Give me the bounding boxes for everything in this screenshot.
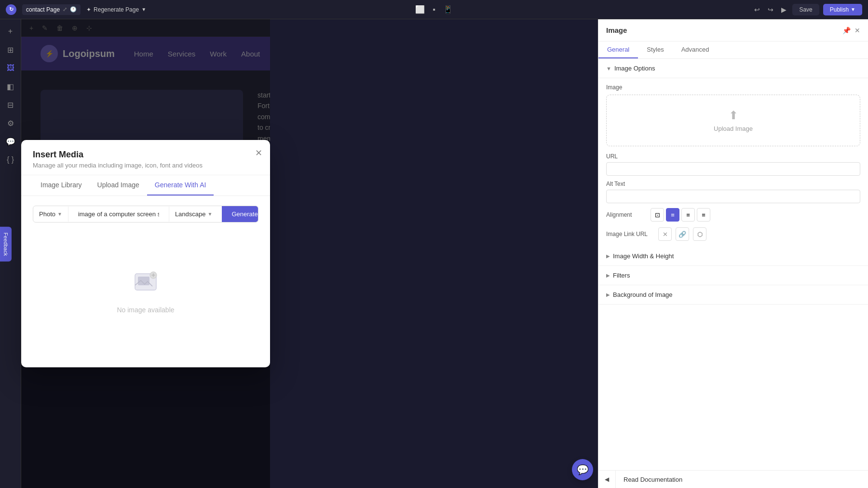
alt-text-section: Alt Text (598, 181, 868, 208)
sidebar-item-grid[interactable]: ⊟ (2, 97, 19, 113)
save-button[interactable]: Save (792, 4, 819, 15)
filters-chevron: ▶ (606, 273, 610, 278)
alignment-buttons: ⊡ ≡ ≡ ≡ (651, 208, 710, 222)
modal-close-button[interactable]: ✕ (255, 148, 262, 158)
modal-tab-upload-image[interactable]: Upload Image (90, 175, 147, 195)
modal-body: Photo ▼ Landscape ▼ Generate (21, 196, 270, 367)
panel-title: Image (606, 26, 627, 34)
device-switcher: ⬜ ▪ 📱 (413, 3, 455, 16)
panel-close-icon[interactable]: ✕ (854, 27, 860, 34)
filters-section: ▶ Filters (598, 266, 868, 285)
panel-tab-advanced[interactable]: Advanced (673, 42, 718, 58)
ai-type-select[interactable]: Photo ▼ (33, 207, 68, 222)
filters-header[interactable]: ▶ Filters (598, 266, 868, 285)
image-width-height-header[interactable]: ▶ Image Width & Height (598, 247, 868, 265)
width-height-chevron: ▶ (606, 253, 610, 259)
background-image-header[interactable]: ▶ Background of Image (598, 285, 868, 304)
filters-label: Filters (613, 272, 630, 279)
upload-area: ⬆ Upload Image (606, 95, 860, 146)
redo-button[interactable]: ↪ (766, 5, 775, 14)
page-tab-label: contact Page (26, 6, 60, 13)
image-options-label: Image Options (614, 65, 655, 72)
page-tab[interactable]: contact Page ⤢ 🕐 (22, 4, 81, 15)
ai-type-chevron: ▼ (57, 211, 62, 217)
tab-icon: ⤢ (63, 6, 67, 13)
mobile-view-button[interactable]: 📱 (441, 3, 455, 16)
image-width-height-section: ▶ Image Width & Height (598, 247, 868, 266)
insert-media-modal: Insert Media Manage all your media inclu… (21, 140, 270, 367)
upload-label: Upload Image (626, 125, 841, 132)
upload-icon: ⬆ (626, 109, 841, 122)
ai-orientation-select[interactable]: Landscape ▼ (169, 207, 218, 222)
modal-overlay: Insert Media Manage all your media inclu… (21, 19, 270, 488)
right-panel: Image 📌 ✕ General Styles Advanced ▼ Imag… (598, 19, 868, 488)
sidebar-item-code[interactable]: { } (2, 152, 19, 168)
panel-header: Image 📌 ✕ (598, 19, 868, 42)
history-icon: 🕐 (70, 6, 77, 13)
url-label: URL (606, 153, 860, 160)
image-link-url-button[interactable]: 🔗 (676, 227, 689, 241)
panel-tab-styles[interactable]: Styles (638, 42, 672, 58)
regenerate-label: Regenerate Page (94, 6, 139, 13)
orientation-chevron: ▼ (208, 211, 213, 217)
publish-dropdown-icon: ▼ (851, 7, 855, 12)
modal-header: Insert Media Manage all your media inclu… (21, 140, 270, 175)
width-height-label: Image Width & Height (613, 252, 674, 260)
regenerate-dropdown-icon: ▼ (141, 7, 146, 12)
panel-pin-icon[interactable]: 📌 (842, 27, 851, 34)
align-right-button[interactable]: ≡ (697, 208, 710, 222)
svg-rect-1 (138, 277, 149, 285)
panel-collapse-button[interactable]: ◀ (598, 471, 616, 488)
alt-text-input[interactable] (606, 190, 860, 203)
alt-text-label: Alt Text (606, 181, 860, 187)
publish-button[interactable]: Publish ▼ (823, 4, 862, 15)
desktop-view-button[interactable]: ⬜ (413, 3, 427, 16)
panel-tabs: General Styles Advanced (598, 42, 868, 59)
sidebar-item-settings[interactable]: ⚙ (2, 115, 19, 131)
chat-bubble-button[interactable]: 💬 (572, 459, 593, 480)
panel-header-actions: 📌 ✕ (842, 27, 860, 34)
undo-button[interactable]: ↩ (752, 5, 762, 14)
sidebar-item-components[interactable]: ⊞ (2, 42, 19, 58)
align-left-button[interactable]: ≡ (666, 208, 679, 222)
ai-prompt-input[interactable] (72, 207, 165, 222)
ai-input-row: Photo ▼ Landscape ▼ Generate (33, 206, 258, 223)
read-docs-link[interactable]: Read Documentation (616, 471, 868, 488)
url-section: URL (598, 153, 868, 181)
image-options-section: ▼ Image Options (598, 59, 868, 78)
feedback-label: Feedback (3, 232, 9, 255)
sidebar-item-chat[interactable]: 💬 (2, 133, 19, 150)
modal-tab-generate-ai[interactable]: Generate With AI (147, 175, 214, 195)
image-options-header[interactable]: ▼ Image Options (606, 65, 860, 72)
background-chevron: ▶ (606, 292, 610, 297)
publish-label: Publish (830, 6, 849, 13)
chat-icon: 💬 (577, 464, 589, 475)
url-input[interactable] (606, 162, 860, 176)
sidebar-item-layers[interactable]: ◧ (2, 78, 19, 95)
align-center-button[interactable]: ≡ (681, 208, 695, 222)
modal-subtitle: Manage all your media including image, i… (33, 162, 258, 169)
panel-tab-general[interactable]: General (598, 42, 638, 58)
image-link-external-button[interactable]: ⬡ (693, 227, 706, 241)
image-link-remove-button[interactable]: ✕ (658, 227, 672, 241)
sidebar-item-media[interactable]: 🖼 (2, 60, 19, 76)
ai-type-label: Photo (39, 210, 55, 218)
modal-tab-image-library[interactable]: Image Library (33, 175, 90, 195)
regenerate-icon: ✦ (86, 6, 91, 13)
align-device-icon: ⊡ (651, 208, 664, 222)
play-preview-button[interactable]: ▶ (779, 5, 788, 14)
alignment-section: Alignment ⊡ ≡ ≡ ≡ (598, 208, 868, 227)
logo-icon: ↻ (9, 6, 14, 13)
upload-dropzone[interactable]: ⬆ Upload Image (606, 95, 860, 146)
tablet-view-button[interactable]: ▪ (431, 3, 437, 16)
app-logo[interactable]: ↻ (6, 4, 16, 15)
no-image-icon (131, 267, 160, 301)
generate-button[interactable]: Generate (222, 206, 258, 222)
regenerate-button[interactable]: ✦ Regenerate Page ▼ (86, 6, 146, 13)
topbar-right: ↩ ↪ ▶ Save Publish ▼ (752, 4, 862, 15)
feedback-tab[interactable]: Feedback (0, 226, 12, 261)
image-link-label: Image Link URL (606, 231, 654, 237)
sidebar-item-add[interactable]: + (2, 23, 19, 40)
panel-footer: ◀ Read Documentation (598, 470, 868, 488)
no-image-text: No image available (117, 306, 174, 314)
